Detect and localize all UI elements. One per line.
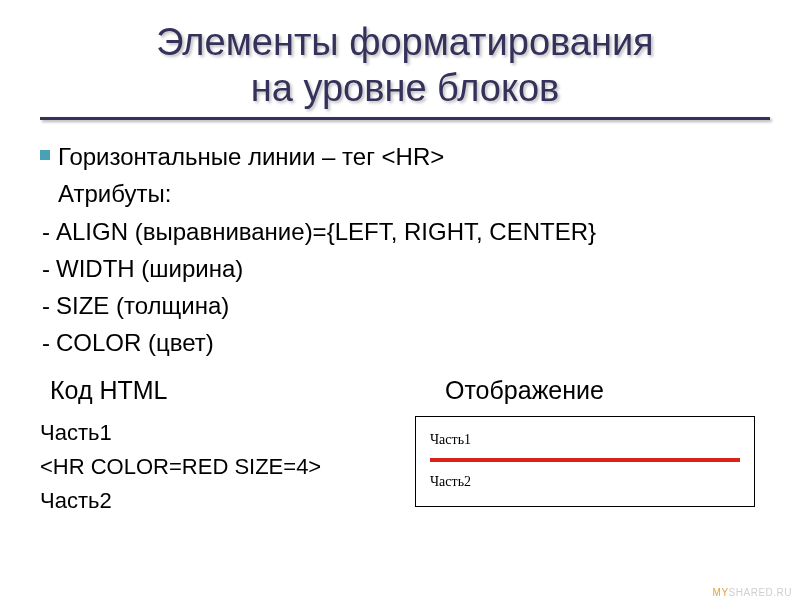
attr-text: WIDTH (ширина) xyxy=(56,250,243,287)
bullet-text: Горизонтальные линии – тег <HR> xyxy=(58,138,444,175)
attr-text: SIZE (толщина) xyxy=(56,287,229,324)
square-bullet-icon xyxy=(40,150,50,160)
code-line-2: <HR COLOR=RED SIZE=4> xyxy=(40,450,395,484)
display-column: Отображение Часть1 Часть2 xyxy=(415,371,770,518)
dash-icon: - xyxy=(42,250,50,287)
code-line-1: Часть1 xyxy=(40,416,395,450)
dash-icon: - xyxy=(42,287,50,324)
code-line-3: Часть2 xyxy=(40,484,395,518)
slide: Элементы форматирования на уровне блоков… xyxy=(0,0,800,600)
code-column-head: Код HTML xyxy=(50,371,395,410)
content-area: Горизонтальные линии – тег <HR> Атрибуты… xyxy=(40,138,770,518)
attr-item-align: - ALIGN (выравнивание)={LEFT, RIGHT, CEN… xyxy=(40,213,770,250)
title-line-2: на уровне блоков xyxy=(251,67,560,109)
hr-red-line xyxy=(430,458,740,462)
render-line-2: Часть2 xyxy=(430,471,740,493)
attr-text: COLOR (цвет) xyxy=(56,324,214,361)
render-example-box: Часть1 Часть2 xyxy=(415,416,755,507)
watermark-my: MY xyxy=(713,587,729,598)
render-line-1: Часть1 xyxy=(430,429,740,451)
columns: Код HTML Часть1 <HR COLOR=RED SIZE=4> Ча… xyxy=(40,371,770,518)
dash-icon: - xyxy=(42,324,50,361)
bullet-item-1: Горизонтальные линии – тег <HR> xyxy=(40,138,770,175)
code-column: Код HTML Часть1 <HR COLOR=RED SIZE=4> Ча… xyxy=(40,371,395,518)
attr-text: ALIGN (выравнивание)={LEFT, RIGHT, CENTE… xyxy=(56,213,596,250)
slide-title: Элементы форматирования на уровне блоков xyxy=(40,20,770,111)
title-underline xyxy=(40,117,770,120)
attr-item-width: - WIDTH (ширина) xyxy=(40,250,770,287)
watermark: MYSHARED.RU xyxy=(713,587,792,598)
dash-icon: - xyxy=(42,213,50,250)
attributes-label: Атрибуты: xyxy=(58,175,770,212)
title-line-1: Элементы форматирования xyxy=(156,21,653,63)
display-column-head: Отображение xyxy=(445,371,770,410)
bullet-text-tag: <HR> xyxy=(382,143,445,170)
attr-item-color: - COLOR (цвет) xyxy=(40,324,770,361)
attr-item-size: - SIZE (толщина) xyxy=(40,287,770,324)
watermark-rest: SHARED.RU xyxy=(729,587,792,598)
bullet-text-prefix: Горизонтальные линии – тег xyxy=(58,143,382,170)
